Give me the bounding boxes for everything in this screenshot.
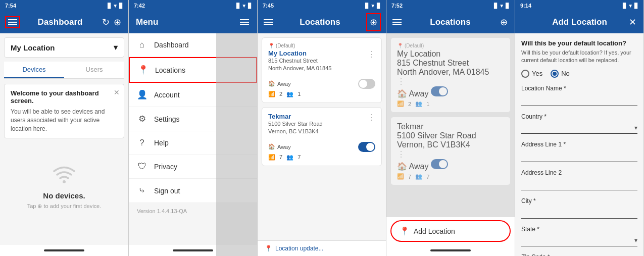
menu-item-locations[interactable]: 📍 Locations xyxy=(129,57,257,83)
welcome-body: You will be able to see devices and user… xyxy=(11,108,118,133)
away-icon-4-1: 🏠 xyxy=(397,89,407,98)
close-form-button[interactable]: ✕ xyxy=(627,15,638,30)
time-4: 7:52 xyxy=(391,3,403,9)
loc-stats-4-2: 📶 7 👥 7 xyxy=(397,173,504,180)
hamburger-icon-3[interactable] xyxy=(263,18,274,26)
tab-users[interactable]: Users xyxy=(64,62,124,78)
location-card-4-2: Tekmar 5100 Silver Star Road Vernon, BC … xyxy=(390,117,511,185)
locations-content-2: 📍(Default) My Location 815 Chestnut Stre… xyxy=(386,33,515,217)
radio-no-label: No xyxy=(561,70,570,77)
label-city: City * xyxy=(521,197,637,204)
bottom-bar-label: Location update... xyxy=(275,245,323,252)
more-icon-1[interactable]: ⋮ xyxy=(367,49,375,59)
wifi-icon xyxy=(52,164,77,188)
add-location-btn-box[interactable]: ⊕ xyxy=(366,13,381,31)
add-button-1[interactable]: ⊕ xyxy=(112,15,123,30)
input-location-name[interactable] xyxy=(521,94,637,106)
menu-item-account[interactable]: 👤 Account xyxy=(129,83,257,107)
refresh-button[interactable]: ↻ xyxy=(100,15,112,30)
more-icon-2[interactable]: ⋮ xyxy=(367,113,375,122)
input-address2[interactable] xyxy=(521,178,637,190)
loc-header-1: My Location 815 Chestnut Street North An… xyxy=(268,49,375,76)
menu-item-help[interactable]: ? Help xyxy=(129,131,257,155)
status-icons-2: ▊ ▼ ▊ xyxy=(236,3,252,9)
radio-no[interactable]: No xyxy=(551,70,570,78)
menu-item-dashboard[interactable]: ⌂ Dashboard xyxy=(129,33,257,57)
svg-point-0 xyxy=(63,180,66,183)
loc-header-4-2: Tekmar 5100 Silver Star Road Vernon, BC … xyxy=(397,122,504,159)
menu-label-signout: Sign out xyxy=(154,187,180,195)
hamburger-icon-4[interactable] xyxy=(391,18,403,26)
location-bar[interactable]: My Location ▾ xyxy=(4,37,124,58)
app-bar-1: Dashboard ↻ ⊕ xyxy=(0,11,128,33)
loc-name-4-1[interactable]: My Location xyxy=(397,49,504,59)
menu-item-settings[interactable]: ⚙ Settings xyxy=(129,107,257,131)
input-city[interactable] xyxy=(521,207,637,219)
users-stat-icon-1: 👥 xyxy=(286,91,293,97)
input-address1[interactable] xyxy=(521,150,637,162)
menu-content: ⌂ Dashboard 📍 Locations 👤 Account ⚙ Sett… xyxy=(129,33,257,245)
radio-yes[interactable]: Yes xyxy=(521,70,542,78)
locations-content-1: 📍(Default) My Location 815 Chestnut Stre… xyxy=(258,33,386,240)
menu-label-privacy: Privacy xyxy=(154,163,177,171)
locations-title-1: Locations xyxy=(274,17,366,27)
status-icons-1: ▊ ▼ ▊ xyxy=(108,3,123,9)
loc-header-4-1: My Location 815 Chestnut Street North An… xyxy=(397,49,504,86)
select-country[interactable]: ▾ xyxy=(521,122,637,134)
phone-locations-2: 7:52 ▊ ▼ ▊ Locations ⊕ 📍(Default) My Loc… xyxy=(386,0,515,256)
menu-item-signout[interactable]: ⤷ Sign out xyxy=(129,179,257,203)
radio-group: Yes No xyxy=(521,70,637,78)
away-status-4-2: 🏠 Away xyxy=(397,162,431,171)
time-1: 7:54 xyxy=(5,3,16,9)
more-icon-4-2[interactable]: ⋮ xyxy=(397,150,405,159)
tabs-row: Devices Users xyxy=(4,62,124,79)
loc-row-4-1: 🏠 Away xyxy=(397,86,504,98)
loc-default-4-1: 📍(Default) xyxy=(397,43,504,48)
time-5: 9:14 xyxy=(520,3,531,9)
away-toggle-1[interactable] xyxy=(358,79,375,89)
close-icon[interactable]: ✕ xyxy=(114,88,120,96)
add-location-icon[interactable]: ⊕ xyxy=(368,15,379,30)
home-bar-1 xyxy=(44,249,84,251)
away-toggle-4-2[interactable] xyxy=(431,159,448,169)
hamburger-icon[interactable] xyxy=(7,18,18,26)
phone-add-location: 9:14 ▊ ▼ ▊ Add Location ✕ Will this be y… xyxy=(515,0,644,256)
home-indicator-1 xyxy=(0,245,128,256)
signout-icon: ⤷ xyxy=(137,185,147,196)
select-state[interactable]: ▾ xyxy=(521,235,637,246)
away-status-1: 🏠 Away xyxy=(268,80,291,87)
version-label: Version 1.4.4.13-QA xyxy=(129,203,257,219)
label-state: State * xyxy=(521,226,637,233)
hamburger-wrapper[interactable] xyxy=(5,16,20,28)
loc-default-1: 📍(Default) xyxy=(268,43,375,48)
form-subtext: Will this be your default location? If y… xyxy=(521,49,637,65)
add-location-bar[interactable]: 📍 Add Location xyxy=(390,220,511,242)
add-location-label: Add Location xyxy=(414,227,455,235)
menu-item-privacy[interactable]: 🛡 Privacy xyxy=(129,155,257,179)
field-zipcode: Zip Code * xyxy=(521,253,637,256)
user-icon: 👤 xyxy=(137,89,147,100)
time-3: 7:45 xyxy=(263,3,274,9)
time-2: 7:42 xyxy=(134,3,145,9)
radio-no-circle[interactable] xyxy=(551,70,559,78)
app-bar-4: Locations ⊕ xyxy=(386,11,515,33)
field-address1: Address Line 1 * xyxy=(521,141,637,162)
away-toggle-2[interactable] xyxy=(358,142,375,152)
tab-devices[interactable]: Devices xyxy=(4,62,64,78)
hamburger-icon-2[interactable] xyxy=(239,18,250,26)
menu-items-list: ⌂ Dashboard 📍 Locations 👤 Account ⚙ Sett… xyxy=(129,33,257,203)
away-toggle-4-1[interactable] xyxy=(431,86,448,96)
radio-yes-circle[interactable] xyxy=(521,70,529,78)
away-icon-2: 🏠 xyxy=(268,143,275,150)
users-stat-icon-2: 👥 xyxy=(286,154,293,161)
loc-name-1[interactable]: My Location xyxy=(268,49,331,57)
status-bar-4: 7:52 ▊ ▼ ▊ xyxy=(386,0,515,11)
menu-label-dashboard: Dashboard xyxy=(154,41,189,49)
add-location-pin-icon: 📍 xyxy=(400,226,410,236)
loc-name-4-2[interactable]: Tekmar xyxy=(397,122,504,131)
home-indicator-4 xyxy=(386,245,515,256)
more-icon-4-1[interactable]: ⋮ xyxy=(397,77,405,86)
loc-stats-4-1: 📶 2 👥 1 xyxy=(397,100,504,107)
add-location-btn-4[interactable]: ⊕ xyxy=(498,15,510,30)
loc-name-2[interactable]: Tekmar xyxy=(268,113,323,120)
